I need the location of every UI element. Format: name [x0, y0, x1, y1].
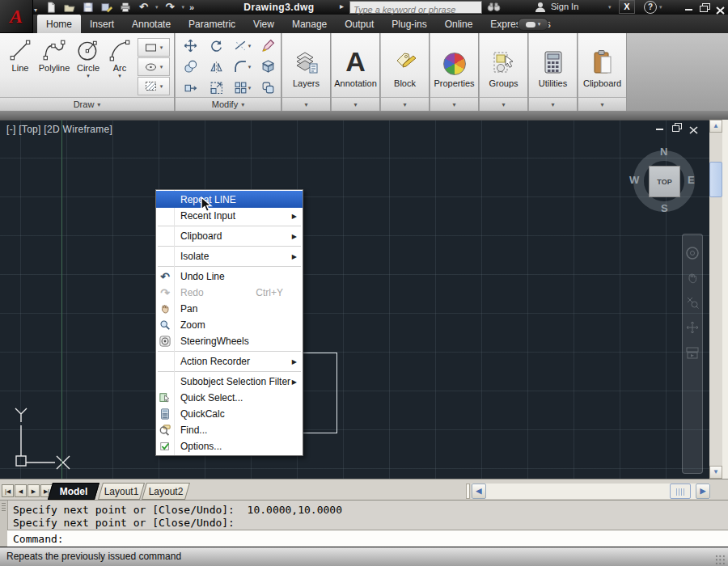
window-close-button[interactable]: [716, 3, 727, 11]
save-button[interactable]: [81, 2, 95, 14]
circle-dropdown-icon[interactable]: ▾: [87, 73, 90, 78]
mirror-button[interactable]: [204, 57, 229, 77]
panel-properties[interactable]: Properties ▾: [430, 33, 479, 111]
modify-panel-footer[interactable]: Modify▾: [176, 97, 281, 111]
viewport-restore-button[interactable]: [672, 123, 682, 132]
menu-item-recent-input[interactable]: Recent Input▶: [156, 208, 303, 224]
viewcube-north[interactable]: N: [660, 146, 667, 158]
trim-button[interactable]: ▾: [230, 36, 255, 56]
help-dropdown-icon[interactable]: ▾: [659, 4, 662, 11]
tab-layout2[interactable]: Layout2: [144, 483, 188, 500]
tab-online[interactable]: Online: [436, 15, 482, 33]
menu-item-clipboard[interactable]: Clipboard▶: [156, 228, 303, 244]
groups-panel-expand[interactable]: ▾: [480, 97, 527, 111]
prev-tab-button[interactable]: ◀: [15, 484, 27, 497]
tab-parametric[interactable]: Parametric: [180, 15, 244, 33]
rotate-button[interactable]: [204, 36, 229, 56]
line-button[interactable]: Line: [3, 36, 37, 73]
viewcube-west[interactable]: W: [629, 174, 639, 186]
navigation-bar[interactable]: [682, 234, 703, 474]
offset-button[interactable]: [256, 78, 281, 98]
tab-insert[interactable]: Insert: [81, 15, 123, 33]
polyline-button[interactable]: Polyline: [37, 36, 71, 73]
menu-item-steeringwheels[interactable]: SteeringWheels: [156, 333, 303, 349]
sign-in-dropdown-icon[interactable]: ▾: [608, 4, 612, 11]
command-input-row[interactable]: Command:: [7, 530, 728, 548]
menu-item-redo[interactable]: ↷RedoCtrl+Y: [156, 285, 303, 301]
first-tab-button[interactable]: |◀: [2, 484, 14, 497]
panel-layers[interactable]: Layers ▾: [282, 33, 331, 111]
menu-item-find[interactable]: Find...: [156, 422, 303, 438]
scroll-right-button[interactable]: ▶: [696, 484, 710, 499]
open-button[interactable]: [62, 2, 76, 14]
ellipse-button[interactable]: ▾: [138, 57, 170, 76]
search-input[interactable]: [350, 4, 481, 15]
rectangle-button[interactable]: ▾: [138, 38, 170, 57]
hatch-button[interactable]: ▾: [138, 77, 170, 95]
vertical-scroll-thumb[interactable]: [709, 162, 722, 197]
menu-item-isolate[interactable]: Isolate▶: [156, 248, 303, 264]
menu-item-quickcalc[interactable]: QuickCalc: [156, 406, 303, 422]
drawing-canvas[interactable]: [-] [Top] [2D Wireframe] TOP N W E S: [0, 120, 709, 479]
search-icon[interactable]: [487, 1, 501, 15]
panel-groups[interactable]: Groups ▾: [480, 33, 528, 111]
arc-dropdown-icon[interactable]: ▾: [118, 73, 121, 78]
properties-panel-expand[interactable]: ▾: [430, 97, 478, 111]
layers-panel-expand[interactable]: ▾: [282, 97, 330, 111]
horizontal-splitter-handle[interactable]: [466, 484, 470, 499]
vertical-scrollbar[interactable]: ▲ ▼: [709, 120, 722, 479]
viewcube-south[interactable]: S: [661, 202, 668, 214]
menu-item-options[interactable]: Options...: [156, 438, 303, 454]
resize-grip[interactable]: [715, 555, 726, 565]
menu-item-repeat-line[interactable]: Repeat LINE: [156, 191, 303, 208]
menu-item-pan[interactable]: Pan: [156, 301, 303, 317]
tab-plugins[interactable]: Plug-ins: [383, 15, 435, 33]
new-button[interactable]: [44, 2, 57, 14]
annotation-panel-expand[interactable]: ▾: [332, 97, 379, 111]
undo-dropdown-icon[interactable]: ▾: [155, 4, 159, 11]
application-menu-button[interactable]: A: [0, 0, 33, 33]
panel-annotation[interactable]: A Annotation ▾: [332, 33, 380, 111]
clipboard-panel-expand[interactable]: ▾: [578, 97, 626, 111]
sign-in-button[interactable]: Sign In: [551, 2, 578, 11]
scale-button[interactable]: [204, 78, 229, 98]
menu-item-zoom[interactable]: Zoom: [156, 317, 303, 333]
block-panel-expand[interactable]: ▾: [381, 97, 429, 111]
scroll-left-button[interactable]: ◀: [472, 484, 486, 499]
qat-expand-icon[interactable]: »: [189, 2, 194, 13]
scroll-down-button[interactable]: ▼: [709, 466, 722, 479]
tab-layout1[interactable]: Layout1: [100, 483, 142, 500]
plot-button[interactable]: [118, 2, 132, 14]
tab-annotate[interactable]: Annotate: [123, 15, 180, 33]
menu-item-subobject-selection-filter[interactable]: Subobject Selection Filter▶: [156, 374, 303, 390]
viewport-minimize-button[interactable]: [655, 123, 665, 132]
move-button[interactable]: [178, 36, 203, 56]
redo-dropdown-icon[interactable]: ▾: [182, 4, 185, 11]
arc-button[interactable]: Arc ▾: [105, 36, 134, 78]
circle-button[interactable]: Circle ▾: [71, 36, 105, 78]
fillet-button[interactable]: ▾: [230, 57, 255, 77]
undo-button[interactable]: ↶: [137, 2, 150, 14]
utilities-panel-expand[interactable]: ▾: [529, 97, 577, 111]
panel-block[interactable]: Block ▾: [381, 33, 430, 111]
viewcube-top-face[interactable]: TOP: [649, 166, 680, 197]
viewcube-east[interactable]: E: [688, 174, 695, 186]
viewport-close-button[interactable]: [689, 123, 699, 132]
save-as-button[interactable]: [99, 2, 113, 14]
panel-clipboard[interactable]: Clipboard ▾: [578, 33, 627, 111]
draw-panel-footer[interactable]: Draw▾: [0, 97, 174, 111]
menu-item-undo-line[interactable]: ↶Undo Line: [156, 268, 303, 285]
panel-utilities[interactable]: Utilities ▾: [529, 33, 578, 111]
tab-output[interactable]: Output: [336, 15, 383, 33]
erase-button[interactable]: [256, 36, 281, 56]
help-button[interactable]: ?: [644, 1, 657, 14]
exchange-apps-button[interactable]: X: [619, 0, 635, 14]
window-minimize-button[interactable]: [684, 3, 695, 11]
stretch-button[interactable]: [178, 78, 203, 98]
help-search-box[interactable]: [349, 1, 482, 14]
window-restore-button[interactable]: [699, 3, 710, 11]
menu-item-action-recorder[interactable]: Action Recorder▶: [156, 353, 303, 370]
tab-home[interactable]: Home: [37, 15, 81, 33]
explode-button[interactable]: [256, 57, 281, 77]
redo-button[interactable]: ↷: [163, 2, 177, 14]
